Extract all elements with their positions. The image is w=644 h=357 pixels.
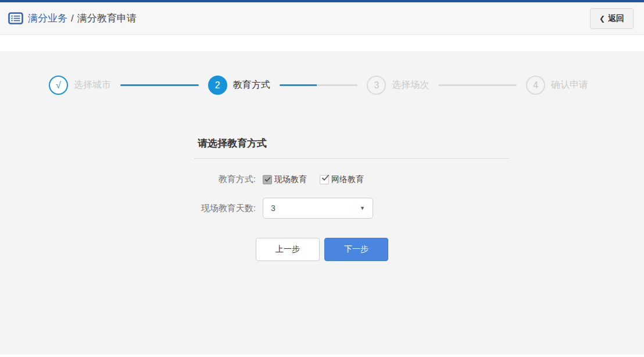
previous-step-button[interactable]: 上一步	[256, 238, 320, 261]
next-step-button[interactable]: 下一步	[324, 238, 388, 261]
breadcrumb-primary[interactable]: 满分业务	[28, 12, 67, 25]
step-circle-3: 3	[367, 76, 386, 95]
stepper-connector-1	[120, 84, 199, 86]
stepper-step-select-city: √ 选择城市	[49, 76, 111, 95]
education-mode-form: 请选择教育方式 教育方式: 现场教育	[174, 137, 511, 219]
back-button[interactable]: ❮ 返回	[590, 8, 634, 29]
breadcrumb: 满分业务 / 满分教育申请	[8, 12, 137, 25]
form-actions: 上一步 下一步	[0, 238, 644, 261]
step-label-4: 确认申请	[551, 79, 588, 91]
check-icon	[264, 177, 271, 182]
education-mode-label: 教育方式:	[174, 174, 256, 185]
onsite-days-label: 现场教育天数:	[174, 203, 256, 214]
step-circle-4: 4	[526, 76, 545, 95]
caret-down-icon: ▼	[360, 205, 365, 211]
checkbox-online[interactable]	[320, 175, 329, 184]
education-mode-row: 教育方式: 现场教育	[174, 174, 511, 185]
stepper: √ 选择城市 2 教育方式 3 选择场次 4 确认申请	[0, 51, 644, 95]
header-gap	[0, 35, 644, 51]
header: 满分业务 / 满分教育申请 ❮ 返回	[0, 2, 644, 35]
main-panel: √ 选择城市 2 教育方式 3 选择场次 4 确认申请 请选择教育方式	[0, 51, 644, 355]
checkbox-option-onsite[interactable]: 现场教育	[263, 174, 307, 185]
step-circle-1: √	[49, 76, 68, 95]
check-icon	[321, 174, 330, 181]
back-button-label: 返回	[608, 13, 624, 24]
dotted-divider	[195, 158, 509, 159]
form-title: 请选择教育方式	[198, 137, 511, 150]
step-circle-2: 2	[208, 76, 227, 95]
bottom-strip	[0, 355, 644, 357]
onsite-days-select[interactable]: 3 ▼	[263, 198, 373, 219]
page: 满分业务 / 满分教育申请 ❮ 返回 √ 选择城市 2 教育方式 3 选择场次	[0, 0, 644, 357]
stepper-connector-2	[280, 84, 358, 86]
step-label-2: 教育方式	[233, 79, 270, 91]
stepper-connector-3	[438, 84, 517, 86]
checkbox-onsite-label: 现场教育	[274, 174, 307, 185]
checkbox-online-label: 网络教育	[331, 174, 364, 185]
checkbox-option-online[interactable]: 网络教育	[320, 174, 364, 185]
step-label-1: 选择城市	[74, 79, 111, 91]
step-label-3: 选择场次	[392, 79, 429, 91]
stepper-step-confirm: 4 确认申请	[526, 76, 588, 95]
checkbox-onsite[interactable]	[263, 175, 272, 184]
onsite-days-row: 现场教育天数: 3 ▼	[174, 198, 511, 219]
education-mode-options: 现场教育 网络教育	[263, 174, 364, 185]
onsite-days-value: 3	[271, 204, 276, 213]
chevron-left-icon: ❮	[599, 15, 605, 23]
stepper-step-education-mode: 2 教育方式	[208, 76, 270, 95]
breadcrumb-separator: /	[71, 13, 74, 24]
breadcrumb-secondary: 满分教育申请	[77, 12, 137, 25]
list-icon	[8, 12, 23, 24]
stepper-step-select-session: 3 选择场次	[367, 76, 429, 95]
